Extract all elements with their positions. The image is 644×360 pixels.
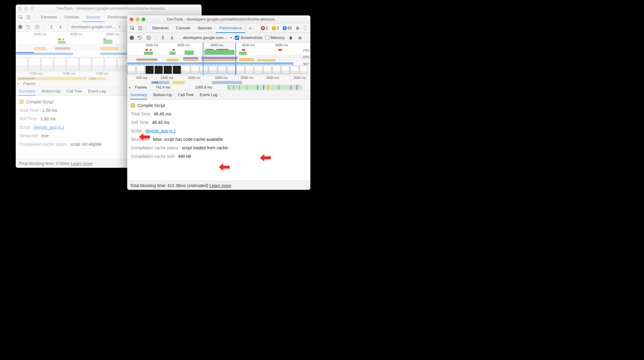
tab-elements[interactable]: Elements — [149, 23, 172, 33]
tab-performance[interactable]: Performance — [216, 24, 246, 33]
device-toggle-icon[interactable] — [25, 14, 32, 21]
minimize-dot[interactable] — [24, 7, 28, 10]
performance-subbar: developers.google.com… Screenshots Memor… — [127, 33, 310, 43]
rtab-eventlog[interactable]: Event Log — [88, 87, 106, 96]
clear-icon[interactable] — [145, 34, 152, 41]
summary-title: Compile Script — [138, 103, 165, 108]
category-color-icon — [131, 103, 135, 108]
zoom-dot[interactable] — [30, 7, 34, 10]
rtab-summary[interactable]: Summary — [130, 91, 147, 99]
download-icon[interactable] — [169, 34, 175, 41]
script-link[interactable]: devsite_app.js:1 — [145, 128, 176, 133]
capture-settings-icon[interactable] — [296, 34, 303, 41]
warning-badge[interactable]: !2 — [272, 26, 279, 30]
learn-more-link[interactable]: Learn more — [209, 183, 231, 188]
svg-rect-10 — [161, 39, 164, 39]
traffic-lights[interactable] — [130, 18, 145, 21]
profile-selector[interactable]: developers.google.com… — [71, 24, 121, 29]
devtools-window-2: DevTools - developers.google.com/web/too… — [127, 15, 310, 190]
clear-icon[interactable] — [34, 24, 40, 30]
inspect-icon[interactable] — [18, 14, 24, 21]
memory-checkbox[interactable]: Memory — [265, 35, 285, 40]
rtab-bottomup[interactable]: Bottom-Up — [153, 90, 172, 99]
titlebar[interactable]: DevTools - developers.google.com/web/too… — [127, 15, 310, 23]
upload-icon[interactable] — [160, 34, 166, 41]
inspect-icon[interactable] — [129, 25, 136, 31]
rtab-calltree[interactable]: Call Tree — [178, 90, 194, 99]
window-title: DevTools - developers.google.com/web/too… — [149, 17, 308, 21]
svg-rect-8 — [140, 27, 142, 30]
frames-toggle-icon[interactable] — [128, 85, 132, 89]
screenshots-checkbox[interactable]: Screenshots — [235, 35, 262, 40]
traffic-lights[interactable] — [18, 7, 34, 10]
titlebar[interactable]: DevTools - developers.google.com/web/too… — [16, 5, 202, 12]
upload-icon[interactable] — [48, 24, 55, 30]
summary-panel: Compile Script Total Time46.45 ms Self T… — [127, 99, 310, 181]
zoom-dot[interactable] — [142, 18, 145, 21]
tab-console[interactable]: Console — [172, 23, 194, 33]
record-button[interactable] — [18, 25, 22, 29]
close-dot[interactable] — [130, 18, 133, 21]
download-icon[interactable] — [57, 24, 64, 30]
info-badge[interactable]: i63 — [283, 26, 292, 30]
kebab-icon[interactable]: ⋮ — [302, 25, 309, 31]
settings-icon[interactable] — [294, 25, 301, 31]
error-badge[interactable]: ✕2 — [261, 26, 268, 30]
svg-rect-4 — [50, 28, 53, 28]
minimize-dot[interactable] — [136, 18, 139, 21]
footer: Total blocking time: 415.36ms (estimated… — [127, 181, 310, 190]
svg-rect-2 — [28, 16, 30, 19]
trash-icon[interactable] — [287, 34, 294, 41]
tab-console[interactable]: Console — [61, 12, 83, 22]
close-dot[interactable] — [18, 7, 22, 10]
profile-selector[interactable]: developers.google.com… — [183, 35, 232, 40]
reload-icon[interactable] — [136, 34, 143, 41]
category-color-icon — [19, 100, 24, 104]
rtab-summary[interactable]: Summary — [19, 87, 36, 96]
learn-more-link[interactable]: Learn more — [71, 161, 93, 166]
result-tabs: Summary Bottom-Up Call Tree Event Log — [127, 90, 310, 99]
overview-timeline[interactable]: 1000 ms 2000 ms 3000 ms 4000 ms 5000 ms … — [127, 43, 310, 75]
frames-toggle-icon[interactable] — [17, 82, 21, 86]
tab-elements[interactable]: Elements — [37, 12, 61, 22]
script-link[interactable]: devsite_app.js:1 — [34, 125, 64, 130]
tab-sources[interactable]: Sources — [83, 13, 104, 22]
rtab-eventlog[interactable]: Event Log — [200, 90, 218, 99]
svg-rect-11 — [170, 39, 173, 39]
rtab-bottomup[interactable]: Bottom-Up — [42, 87, 60, 96]
tab-sources[interactable]: Sources — [194, 23, 216, 33]
main-toolbar: Elements Console Sources Performance » ✕… — [127, 23, 310, 33]
window-title: DevTools - developers.google.com/web/too… — [37, 6, 199, 11]
summary-title: Compile Script — [26, 99, 53, 104]
more-tabs-icon[interactable]: » — [247, 25, 254, 31]
zoom-ruler[interactable]: 500 ms 1000 ms 1500 ms 2000 ms 2500 ms 3… — [127, 75, 310, 81]
record-button[interactable] — [130, 36, 134, 40]
svg-rect-5 — [59, 28, 62, 28]
rtab-calltree[interactable]: Call Tree — [66, 87, 82, 96]
frames-header[interactable]: Frames 742.4 ms 1065.8 ms — [127, 84, 310, 90]
reload-icon[interactable] — [25, 24, 31, 30]
device-toggle-icon[interactable] — [137, 25, 144, 31]
